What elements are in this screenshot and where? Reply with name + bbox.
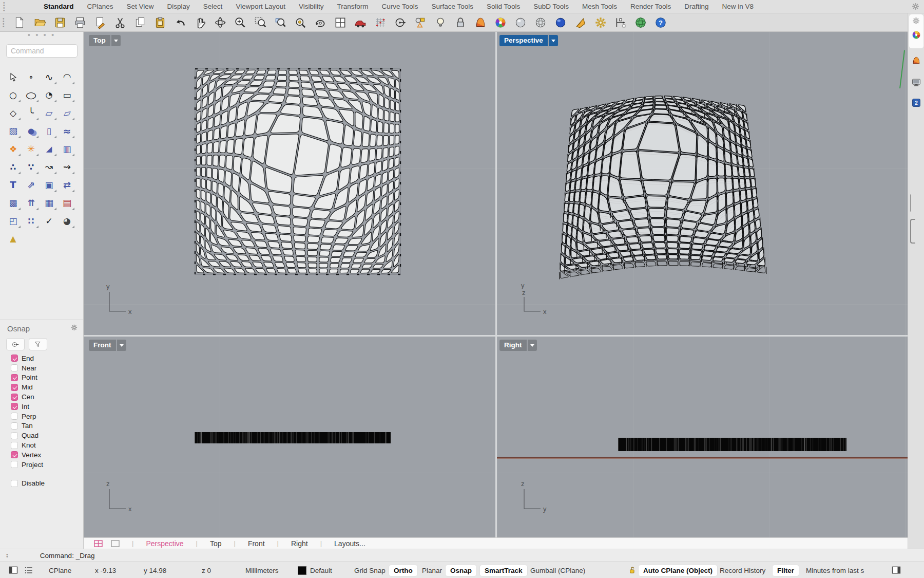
menu-tab-visibility[interactable]: Visibility	[292, 3, 331, 10]
osnap-row-perp[interactable]: Perp	[11, 412, 83, 421]
viewport-label-front-dropdown[interactable]	[117, 340, 126, 351]
end-checkbox[interactable]	[11, 355, 18, 362]
status-toggle-minutes-from-last-s[interactable]: Minutes from last s	[806, 562, 864, 578]
pan-icon[interactable]	[193, 15, 207, 30]
print-icon[interactable]	[73, 15, 87, 30]
display-car-icon[interactable]	[353, 15, 368, 30]
notes-pen-icon[interactable]	[573, 15, 588, 30]
zoom-target-icon[interactable]	[293, 15, 307, 30]
osnap-row-project[interactable]: Project	[11, 460, 83, 470]
ghosted-display-icon[interactable]	[533, 15, 548, 30]
viewport-label-front-text[interactable]: Front	[89, 340, 116, 351]
osnap-row-vertex[interactable]: Vertex	[11, 450, 83, 460]
disable-checkbox[interactable]	[11, 480, 18, 487]
check-selection-tool-icon[interactable]: ✓	[40, 212, 58, 230]
distance-grid-icon[interactable]	[373, 15, 388, 30]
vertex-checkbox[interactable]	[11, 451, 18, 458]
cylinder-tool-icon[interactable]: ▯	[40, 122, 58, 140]
toolbar-drag-handle-2[interactable]: ••••	[3, 17, 9, 28]
quad-checkbox[interactable]	[11, 432, 18, 439]
undo-icon[interactable]	[173, 15, 187, 30]
text-tool-icon[interactable]: T	[4, 176, 22, 194]
viewport-label-right-text[interactable]: Right	[499, 340, 527, 351]
project-checkbox[interactable]	[11, 461, 18, 468]
options-gear-icon[interactable]	[593, 15, 608, 30]
menu-tab-curve-tools[interactable]: Curve Tools	[375, 3, 425, 10]
copy-tool-icon[interactable]: ▣	[40, 176, 58, 194]
blend-curve-tool-icon[interactable]: ↝	[40, 158, 58, 176]
perp-checkbox[interactable]	[11, 413, 18, 420]
status-toggle-grid-snap[interactable]: Grid Snap	[354, 562, 386, 578]
trim-tool-icon[interactable]: ◢	[40, 140, 58, 158]
viewport-right[interactable]	[497, 337, 908, 537]
knot-checkbox[interactable]	[11, 442, 18, 449]
four-viewports-icon[interactable]	[333, 15, 348, 30]
menu-tab-standard[interactable]: Standard	[37, 3, 81, 10]
copy-icon[interactable]	[133, 15, 147, 30]
move-tool-icon[interactable]: ⇗	[22, 176, 40, 194]
command-history-line[interactable]: •• Command: _Drag	[0, 549, 924, 562]
shade-viewport-tool-icon[interactable]: ◕	[58, 212, 76, 230]
pointer-tool-icon[interactable]	[4, 68, 22, 86]
viewport-label-top-dropdown[interactable]	[111, 35, 121, 46]
cplane-button[interactable]: CPlane	[49, 562, 71, 578]
command-drag-handle[interactable]: ••	[6, 553, 8, 557]
export-notes-icon[interactable]	[93, 15, 107, 30]
unlocked-padlock-icon[interactable]	[627, 562, 637, 578]
viewport-label-top-text[interactable]: Top	[89, 35, 110, 46]
adjustable-blend-tool-icon[interactable]: ⇝	[58, 158, 76, 176]
menu-tab-cplanes[interactable]: CPlanes	[81, 3, 120, 10]
mid-checkbox[interactable]	[11, 384, 18, 391]
named-shapes-icon[interactable]	[413, 15, 428, 30]
menu-tab-solid-tools[interactable]: Solid Tools	[480, 3, 527, 10]
viewport-splitter-vertical[interactable]	[495, 32, 497, 537]
cage-edit-tool-icon[interactable]: ◰	[4, 212, 22, 230]
snap-filter-tab[interactable]	[29, 338, 47, 350]
layer-button[interactable]: Default	[310, 562, 332, 578]
viewport-perspective[interactable]	[497, 32, 908, 335]
units-button[interactable]: Millimeters	[245, 562, 279, 578]
web-globe-icon[interactable]	[633, 15, 648, 30]
status-toggle-ortho[interactable]: Ortho	[389, 562, 417, 578]
point-grid-tool-icon[interactable]: ∷	[22, 212, 40, 230]
single-viewport-layout-icon[interactable]	[111, 540, 120, 547]
osnap-row-cen[interactable]: Cen	[11, 392, 83, 402]
panel-gear-icon[interactable]	[912, 16, 920, 27]
collapsed-panel-handle[interactable]	[910, 194, 912, 212]
viewport-label-right-dropdown[interactable]	[528, 340, 537, 351]
collapsed-panel-handle[interactable]	[910, 219, 915, 244]
menu-tab-viewport-layout[interactable]: Viewport Layout	[229, 3, 292, 10]
viewport-front[interactable]	[84, 337, 495, 537]
rectangle-tool-icon[interactable]: ▭	[58, 86, 76, 104]
rendered-display-icon[interactable]	[513, 15, 528, 30]
zoom-window-icon[interactable]	[253, 15, 267, 30]
undo-view-icon[interactable]	[313, 15, 328, 30]
save-icon[interactable]	[53, 15, 67, 30]
command-list-icon[interactable]	[24, 562, 34, 578]
status-toggle-gumball-cplane[interactable]: Gumball (CPlane)	[530, 562, 585, 578]
viewport-label-perspective[interactable]: Perspective	[499, 35, 558, 46]
block-tool-icon[interactable]: ▤	[58, 194, 76, 212]
viewport-splitter-horizontal[interactable]	[84, 335, 908, 337]
osnap-row-near[interactable]: Near	[11, 363, 83, 373]
viewport-tab-layouts[interactable]: Layouts...	[334, 539, 365, 548]
near-checkbox[interactable]	[11, 364, 18, 371]
toolbar-drag-handle[interactable]: ••••	[3, 2, 10, 12]
menu-tab-subd-tools[interactable]: SubD Tools	[527, 3, 575, 10]
menu-tab-render-tools[interactable]: Render Tools	[624, 3, 678, 10]
status-toggle-filter[interactable]: Filter	[773, 562, 799, 578]
viewport-label-right[interactable]: Right	[499, 340, 537, 351]
status-toggle-osnap[interactable]: Osnap	[446, 562, 476, 578]
surface-3pt-tool-icon[interactable]: ▱	[40, 104, 58, 122]
zoom-selected-icon[interactable]	[273, 15, 287, 30]
box-tool-icon[interactable]: ▧	[4, 122, 22, 140]
menu-tab-set-view[interactable]: Set View	[120, 3, 161, 10]
status-toggle-auto-cplane-object[interactable]: Auto CPlane (Object)	[639, 562, 717, 578]
osnap-row-knot[interactable]: Knot	[11, 440, 83, 450]
menu-tab-select[interactable]: Select	[197, 3, 229, 10]
help-icon[interactable]: ?	[653, 15, 668, 30]
control-point-curve-tool-icon[interactable]: ∿	[40, 68, 58, 86]
cone-tool-tool-icon[interactable]: ▲	[4, 230, 22, 248]
viewport-label-top[interactable]: Top	[89, 35, 121, 46]
viewport-label-perspective-text[interactable]: Perspective	[499, 35, 548, 46]
